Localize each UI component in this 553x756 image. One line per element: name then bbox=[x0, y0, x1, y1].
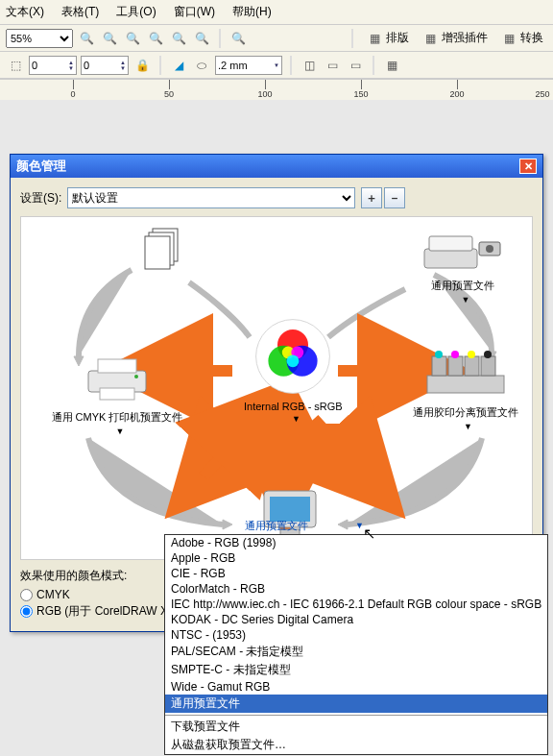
scanner-node[interactable]: 通用预置文件▼ bbox=[396, 225, 530, 305]
menu-help[interactable]: 帮助(H) bbox=[232, 4, 272, 20]
svg-rect-33 bbox=[465, 356, 479, 376]
separator bbox=[165, 715, 547, 716]
to-front-icon[interactable]: ▭ bbox=[323, 56, 342, 75]
titlebar[interactable]: 颜色管理 ✕ bbox=[11, 155, 542, 178]
svg-rect-34 bbox=[481, 356, 495, 376]
profile-dropdown-list[interactable]: Adobe - RGB (1998) Apple - RGB CIE - RGB… bbox=[164, 534, 548, 755]
svg-marker-2 bbox=[223, 520, 232, 529]
svg-point-38 bbox=[484, 351, 492, 358]
zoom-page-icon[interactable]: 🔍 bbox=[169, 29, 188, 48]
zoom-selection-icon[interactable]: 🔍 bbox=[123, 29, 142, 48]
svg-point-36 bbox=[451, 351, 459, 358]
wrap-icon[interactable]: ◫ bbox=[300, 56, 319, 75]
chevron-down-icon[interactable]: ▼ bbox=[116, 427, 125, 436]
dialog-title: 颜色管理 bbox=[16, 158, 66, 175]
list-item[interactable]: Wide - Gamut RGB bbox=[165, 679, 547, 695]
svg-point-37 bbox=[468, 351, 475, 358]
svg-rect-28 bbox=[100, 388, 134, 400]
svg-point-29 bbox=[134, 375, 138, 378]
svg-marker-3 bbox=[338, 520, 348, 529]
internal-rgb-node[interactable]: Internal RGB - sRGB▼ bbox=[244, 318, 343, 424]
list-item-download[interactable]: 下载预置文件 bbox=[165, 718, 547, 736]
menu-window[interactable]: 窗口(W) bbox=[174, 4, 215, 20]
zoom-out-icon[interactable]: 🔍 bbox=[100, 29, 119, 48]
ruler: 0 50 100 150 200 250 bbox=[0, 79, 553, 100]
to-back-icon[interactable]: ▭ bbox=[346, 56, 365, 75]
settings-combo[interactable]: 默认设置 bbox=[67, 187, 355, 208]
toolbar-options: ⬚ 0▲▼ 0▲▼ 🔒 ◢ ⬭ .2 mm▼ ◫ ▭ ▭ ▦ bbox=[0, 52, 553, 79]
chevron-down-icon[interactable]: ▼ bbox=[292, 414, 301, 424]
x-spinner[interactable]: 0▲▼ bbox=[29, 56, 77, 75]
svg-rect-27 bbox=[98, 359, 136, 373]
list-item[interactable]: NTSC - (1953) bbox=[165, 627, 547, 643]
svg-point-25 bbox=[287, 354, 300, 367]
printer-node[interactable]: 通用 CMYK 打印机预置文件▼ bbox=[36, 352, 199, 436]
monitor-profile-dropdown-label[interactable]: 通用预置文件 bbox=[245, 519, 308, 533]
remove-preset-button[interactable]: － bbox=[384, 187, 405, 208]
zoom-in-icon[interactable]: 🔍 bbox=[77, 29, 96, 48]
svg-line-8 bbox=[204, 419, 256, 476]
press-label: 通用胶印分离预置文件 bbox=[386, 405, 544, 420]
zoom-width-icon[interactable]: 🔍 bbox=[228, 29, 248, 48]
svg-point-18 bbox=[486, 245, 493, 253]
zoom-fit-icon[interactable]: 🔍 bbox=[192, 29, 211, 48]
menubar: 文本(X) 表格(T) 工具(O) 窗口(W) 帮助(H) bbox=[0, 0, 553, 25]
list-item[interactable]: IEC http://www.iec.ch - IEC 61966-2.1 De… bbox=[165, 597, 547, 612]
layout-button[interactable]: ▦排版 bbox=[361, 27, 413, 50]
list-item-selected[interactable]: 通用预置文件 bbox=[165, 695, 547, 713]
object-size-icon[interactable]: ⬚ bbox=[6, 56, 25, 75]
plus-minus-group: ＋ － bbox=[361, 187, 405, 208]
svg-rect-32 bbox=[448, 356, 463, 376]
press-node[interactable]: 通用胶印分离预置文件▼ bbox=[386, 342, 544, 431]
fill-icon[interactable]: ◢ bbox=[169, 56, 188, 75]
convert-icon: ▦ bbox=[499, 29, 518, 48]
separator bbox=[159, 56, 161, 75]
list-item[interactable]: Apple - RGB bbox=[165, 550, 547, 566]
svg-rect-15 bbox=[424, 249, 477, 268]
enhance-button[interactable]: ▦增强插件 bbox=[417, 27, 492, 50]
list-item[interactable]: Adobe - RGB (1998) bbox=[165, 535, 547, 550]
list-item[interactable]: SMPTE-C - 未指定模型 bbox=[165, 661, 547, 679]
internal-rgb-label: Internal RGB - sRGB bbox=[244, 401, 343, 412]
list-item[interactable]: ColorMatch - RGB bbox=[165, 581, 547, 597]
add-preset-button[interactable]: ＋ bbox=[361, 187, 382, 208]
lock-icon[interactable]: 🔒 bbox=[132, 56, 152, 75]
svg-rect-31 bbox=[432, 356, 446, 376]
scanner-label: 通用预置文件 bbox=[396, 279, 530, 293]
menu-table[interactable]: 表格(T) bbox=[61, 4, 99, 20]
list-item-from-disk[interactable]: 从磁盘获取预置文件… bbox=[165, 736, 547, 754]
chevron-down-icon[interactable]: ▼ bbox=[464, 422, 472, 431]
svg-rect-14 bbox=[145, 236, 170, 269]
bitmap-icon[interactable]: ▦ bbox=[382, 56, 401, 75]
cursor-icon: ↖ bbox=[363, 524, 375, 543]
layout-icon: ▦ bbox=[365, 29, 384, 48]
separator bbox=[219, 29, 221, 48]
separator bbox=[290, 56, 292, 75]
close-button[interactable]: ✕ bbox=[519, 159, 537, 174]
diagram-area: 通用预置文件▼ Internal RGB - sRGB▼ bbox=[20, 216, 533, 560]
import-node[interactable] bbox=[141, 225, 185, 275]
svg-rect-16 bbox=[429, 236, 472, 251]
separator bbox=[351, 29, 353, 48]
list-item[interactable]: KODAK - DC Series Digital Camera bbox=[165, 612, 547, 627]
list-item[interactable]: PAL/SECAM - 未指定模型 bbox=[165, 643, 547, 661]
chevron-down-icon[interactable]: ▼ bbox=[462, 295, 470, 305]
convert-button[interactable]: ▦转换 bbox=[495, 27, 547, 50]
svg-line-9 bbox=[314, 419, 367, 476]
menu-text[interactable]: 文本(X) bbox=[6, 4, 44, 20]
list-item[interactable]: CIE - RGB bbox=[165, 566, 547, 581]
menu-tools[interactable]: 工具(O) bbox=[116, 4, 156, 20]
svg-point-35 bbox=[435, 351, 443, 358]
printer-label: 通用 CMYK 打印机预置文件 bbox=[36, 410, 199, 425]
svg-rect-30 bbox=[427, 376, 504, 393]
outline-width-spinner[interactable]: .2 mm▼ bbox=[215, 56, 282, 75]
y-spinner[interactable]: 0▲▼ bbox=[81, 56, 129, 75]
settings-row: 设置(S): 默认设置 ＋ － bbox=[20, 187, 533, 208]
toolbar-zoom: 55% 🔍 🔍 🔍 🔍 🔍 🔍 🔍 ▦排版 ▦增强插件 ▦转换 bbox=[0, 25, 553, 52]
outline-style-icon[interactable]: ⬭ bbox=[192, 56, 211, 75]
separator bbox=[373, 56, 374, 75]
zoom-level-combo[interactable]: 55% bbox=[6, 29, 73, 48]
settings-label: 设置(S): bbox=[20, 190, 61, 207]
zoom-all-icon[interactable]: 🔍 bbox=[146, 29, 165, 48]
enhance-icon: ▦ bbox=[421, 29, 440, 48]
